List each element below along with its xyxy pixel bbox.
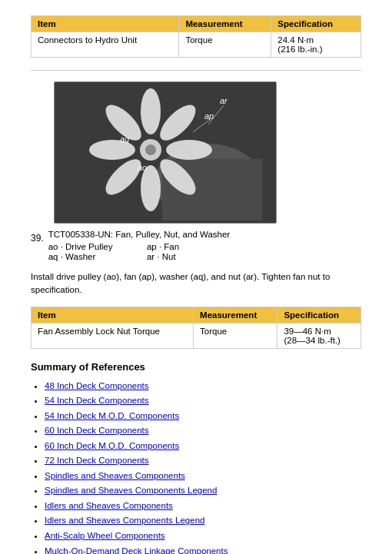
svg-text:ao: ao	[138, 163, 147, 172]
cell-spec: 24.4 N·m(216 lb.-in.)	[271, 32, 361, 58]
summary-heading: Summary of References	[31, 361, 361, 373]
legend-ao: ao · Drive Pulley	[48, 242, 131, 251]
ref-link-spindles[interactable]: Spindles and Sheaves Components	[45, 471, 185, 480]
ref-link-idlers-legend[interactable]: Idlers and Sheaves Components Legend	[45, 516, 204, 525]
svg-point-5	[166, 140, 212, 160]
reference-list: 48 Inch Deck Components 54 Inch Deck Com…	[31, 379, 361, 555]
list-item[interactable]: Mulch-On-Demand Deck Linkage Components	[45, 544, 361, 554]
section-divider	[31, 70, 361, 71]
ref-link-54mod[interactable]: 54 Inch Deck M.O.D. Components	[45, 411, 179, 420]
table-row-2: Fan Assembly Lock Nut Torque Torque 39—4…	[32, 323, 361, 348]
svg-text:aq: aq	[120, 134, 130, 144]
svg-text:ar: ar	[220, 96, 228, 105]
figure-caption: TCT005338-UN: Fan, Pulley, Nut, and Wash…	[48, 230, 231, 239]
list-item[interactable]: Idlers and Sheaves Components	[45, 499, 361, 514]
table-row: Connectors to Hydro Unit Torque 24.4 N·m…	[32, 32, 361, 58]
figure-image: ar aq ap ao	[54, 81, 277, 224]
list-item[interactable]: 72 Inch Deck Components	[45, 453, 361, 469]
list-item[interactable]: 54 Inch Deck M.O.D. Components	[45, 409, 361, 424]
legend-ap: ap · Fan	[147, 242, 230, 251]
col-measurement: Measurement	[179, 16, 271, 32]
ref-link-60mod[interactable]: 60 Inch Deck M.O.D. Components	[45, 441, 179, 450]
legend-aq: aq · Washer	[48, 252, 131, 261]
col-specification-2: Specification	[277, 307, 361, 323]
list-item[interactable]: 60 Inch Deck M.O.D. Components	[45, 439, 361, 454]
figure-container: ar aq ap ao	[31, 81, 361, 224]
list-item[interactable]: Spindles and Sheaves Components Legend	[45, 483, 361, 499]
fan-svg: ar aq ap ao	[55, 82, 277, 224]
ref-link-54[interactable]: 54 Inch Deck Components	[45, 396, 149, 405]
top-spec-table: Item Measurement Specification Connector…	[31, 15, 361, 58]
ref-link-60[interactable]: 60 Inch Deck Components	[45, 426, 149, 435]
col-measurement-2: Measurement	[194, 307, 277, 323]
svg-point-12	[145, 144, 156, 155]
col-item: Item	[32, 16, 179, 32]
svg-point-3	[141, 88, 161, 134]
list-item[interactable]: 60 Inch Deck Components	[45, 423, 361, 439]
list-item[interactable]: Spindles and Sheaves Components	[45, 469, 361, 484]
svg-point-7	[141, 165, 161, 211]
legend-ar: ar · Nut	[147, 252, 230, 261]
cell-spec-2: 39—46 N·m(28—34 lb.-ft.)	[277, 323, 361, 348]
list-item[interactable]: 48 Inch Deck Components	[45, 379, 361, 394]
col-specification: Specification	[271, 16, 361, 32]
cell-measurement-2: Torque	[194, 323, 277, 348]
legend-grid: ao · Drive Pulley ap · Fan aq · Washer a…	[48, 242, 231, 261]
ref-link-spindles-legend[interactable]: Spindles and Sheaves Components Legend	[45, 486, 217, 495]
figure-number: 39.	[31, 233, 44, 244]
cell-item: Connectors to Hydro Unit	[32, 32, 179, 58]
ref-link-idlers[interactable]: Idlers and Sheaves Components	[45, 501, 173, 510]
cell-item-2: Fan Assembly Lock Nut Torque	[32, 323, 194, 348]
bottom-spec-table: Item Measurement Specification Fan Assem…	[31, 307, 361, 349]
list-item[interactable]: 54 Inch Deck Components	[45, 393, 361, 409]
list-item[interactable]: Idlers and Sheaves Components Legend	[45, 513, 361, 529]
ref-link-48[interactable]: 48 Inch Deck Components	[45, 381, 149, 390]
cell-measurement: Torque	[179, 32, 271, 58]
ref-link-antiscalp[interactable]: Anti-Scalp Wheel Components	[45, 531, 165, 540]
col-item-2: Item	[32, 307, 194, 323]
ref-link-mulch[interactable]: Mulch-On-Demand Deck Linkage Components	[45, 546, 228, 554]
ref-link-72[interactable]: 72 Inch Deck Components	[45, 456, 149, 465]
instruction-text: Install drive pulley (ao), fan (ap), was…	[31, 270, 361, 297]
list-item[interactable]: Anti-Scalp Wheel Components	[45, 529, 361, 544]
